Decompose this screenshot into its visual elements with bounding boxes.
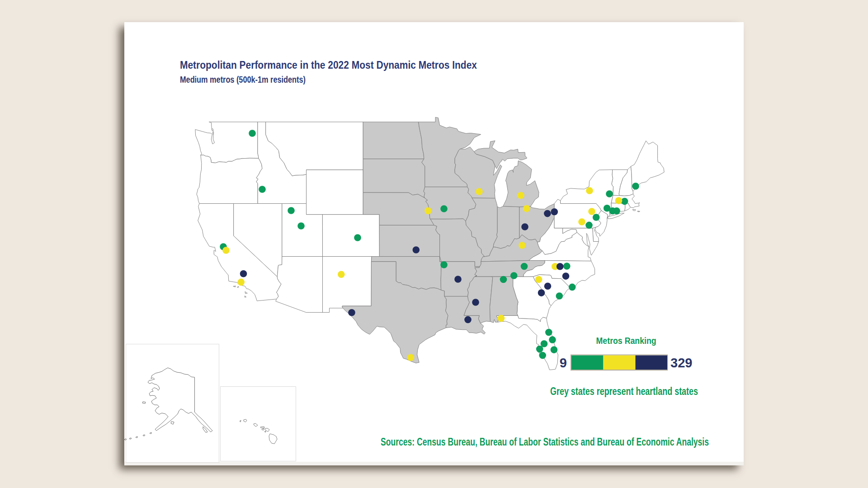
- svg-text:Metros Ranking: Metros Ranking: [596, 335, 656, 346]
- svg-text:Medium metros (500k-1m residen: Medium metros (500k-1m residents): [180, 75, 306, 84]
- svg-text:Sources: Census Bureau, Bureau: Sources: Census Bureau, Bureau of Labor …: [381, 436, 709, 448]
- svg-text:Metropolitan Performance in th: Metropolitan Performance in the 2022 Mos…: [180, 59, 477, 71]
- svg-text:Grey states represent heartlan: Grey states represent heartland states: [550, 385, 698, 397]
- svg-text:329: 329: [670, 356, 692, 370]
- svg-text:9: 9: [560, 356, 567, 370]
